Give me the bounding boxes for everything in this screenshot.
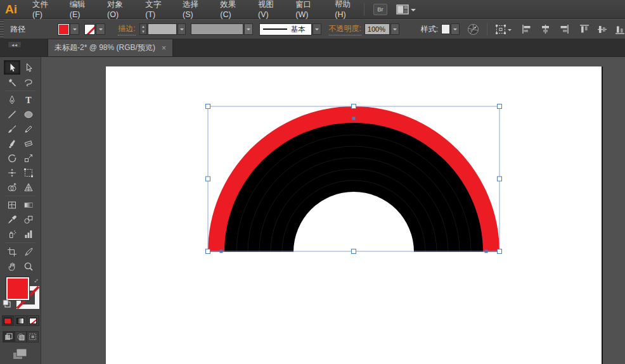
- swap-fill-stroke-icon[interactable]: ↔: [30, 275, 40, 285]
- variable-width-profile-select[interactable]: [191, 23, 243, 35]
- selection-handle[interactable]: [498, 177, 502, 181]
- variable-width-dropdown[interactable]: [244, 23, 253, 35]
- close-icon[interactable]: ×: [162, 44, 166, 53]
- pencil-tool[interactable]: [20, 122, 37, 136]
- stroke-color-swatch[interactable]: [84, 24, 95, 35]
- align-horizontal-right-button[interactable]: [558, 24, 569, 34]
- type-tool[interactable]: T: [20, 92, 37, 107]
- zoom-tool[interactable]: [20, 259, 37, 273]
- brush-definition-select[interactable]: 基本: [259, 23, 312, 35]
- hand-tool[interactable]: [4, 259, 20, 273]
- fill-color-dropdown[interactable]: [70, 23, 79, 35]
- eraser-tool[interactable]: [20, 136, 37, 151]
- graphic-style-dropdown[interactable]: [451, 23, 460, 35]
- pencil-tool-icon: [23, 124, 34, 134]
- align-horizontal-center-button[interactable]: [540, 24, 551, 34]
- menu-item-3[interactable]: 文字(T): [136, 0, 174, 18]
- default-fill-stroke-icon[interactable]: [3, 299, 11, 310]
- selection-handle[interactable]: [206, 177, 210, 181]
- draw-behind-button[interactable]: [15, 331, 27, 342]
- direct-selection-tool[interactable]: [20, 60, 37, 75]
- draw-inside-button[interactable]: [27, 331, 39, 342]
- pen-tool[interactable]: [4, 92, 20, 107]
- fill-color-swatch[interactable]: [58, 24, 69, 35]
- anchor-point[interactable]: [220, 250, 223, 253]
- align-horizontal-left-button[interactable]: [522, 24, 532, 34]
- canvas-area[interactable]: [41, 57, 625, 364]
- blend-tool[interactable]: [20, 212, 37, 227]
- graphic-style-swatch[interactable]: [441, 24, 450, 34]
- eyedropper-tool[interactable]: [4, 212, 20, 227]
- align-vertical-bottom-button[interactable]: [615, 24, 625, 35]
- align-vertical-top-button[interactable]: [579, 24, 590, 35]
- lasso-tool[interactable]: [20, 75, 37, 89]
- menu-item-6[interactable]: 视图(V): [249, 0, 287, 18]
- symbol-sprayer-tool[interactable]: [4, 227, 20, 241]
- selection-tool[interactable]: [4, 60, 20, 75]
- collapse-tools-button[interactable]: ◀◀: [8, 41, 22, 48]
- blob-brush-tool[interactable]: [4, 136, 20, 151]
- mesh-tool[interactable]: [4, 198, 20, 212]
- free-transform-tool[interactable]: [20, 165, 37, 180]
- menu-item-8[interactable]: 帮助(H): [326, 0, 364, 18]
- align-vertical-center-button[interactable]: [597, 24, 607, 35]
- selection-handle[interactable]: [206, 249, 210, 254]
- brush-definition-dropdown[interactable]: [312, 23, 321, 35]
- menu-bar: Ai 文件(F)编辑(E)对象(O)文字(T)选择(S)效果(C)视图(V)窗口…: [0, 0, 625, 19]
- tool-group-separator: [5, 242, 35, 243]
- fill-stroke-swatch-area: ↔: [1, 276, 40, 311]
- opacity-input[interactable]: 100%: [364, 23, 390, 35]
- selection-handle[interactable]: [498, 104, 502, 109]
- draw-normal-button[interactable]: [3, 331, 15, 342]
- anchor-point[interactable]: [352, 117, 356, 120]
- stroke-weight-input[interactable]: [148, 23, 177, 35]
- artboard-tool[interactable]: [4, 244, 20, 259]
- width-tool[interactable]: [4, 165, 20, 180]
- anchor-point[interactable]: [485, 250, 488, 253]
- opacity-panel-link[interactable]: 不透明度:: [329, 23, 361, 35]
- gradient-button[interactable]: [15, 315, 27, 326]
- transform-reference-button[interactable]: [495, 24, 512, 35]
- line-segment-tool[interactable]: [4, 107, 20, 122]
- perspective-grid-tool[interactable]: [20, 180, 37, 194]
- bridge-button[interactable]: Br: [373, 4, 387, 15]
- menu-item-5[interactable]: 效果(C): [211, 0, 249, 18]
- fill-swatch[interactable]: [6, 277, 29, 300]
- paintbrush-tool[interactable]: [4, 122, 20, 136]
- menu-item-2[interactable]: 对象(O): [98, 0, 136, 18]
- selection-handle[interactable]: [352, 104, 356, 109]
- shape-builder-tool[interactable]: [4, 180, 20, 194]
- selection-handle[interactable]: [352, 249, 356, 254]
- menu-item-7[interactable]: 窗口(W): [287, 0, 326, 18]
- workspace-switcher-button[interactable]: [396, 4, 416, 15]
- stroke-panel-link[interactable]: 描边:: [118, 23, 135, 35]
- recolor-artwork-button[interactable]: [467, 23, 479, 35]
- stroke-weight-dropdown[interactable]: [177, 23, 186, 35]
- zoom-tool-icon: [23, 261, 34, 272]
- column-graph-tool[interactable]: [20, 227, 37, 241]
- control-bar: 路径 描边: ▲▼ 基本 不透明度: 100% 样式:: [0, 19, 625, 39]
- screen-mode-button[interactable]: [12, 348, 29, 363]
- menu-item-0[interactable]: 文件(F): [23, 0, 61, 18]
- opacity-dropdown[interactable]: [390, 23, 399, 35]
- ellipse-tool[interactable]: [20, 107, 37, 122]
- menu-item-4[interactable]: 选择(S): [174, 0, 211, 18]
- selection-handle[interactable]: [206, 104, 210, 109]
- document-tab[interactable]: 未标题-2* @ 98% (RGB/预览) ×: [48, 39, 173, 56]
- gradient-tool[interactable]: [20, 198, 37, 212]
- slice-tool[interactable]: [20, 244, 37, 259]
- controlbar-grip[interactable]: [0, 20, 4, 39]
- stroke-weight-stepper[interactable]: ▲▼: [139, 23, 148, 35]
- scale-tool-icon: [23, 153, 34, 163]
- scale-tool[interactable]: [20, 151, 37, 165]
- magic-wand-tool[interactable]: [4, 75, 20, 89]
- stroke-color-dropdown[interactable]: [96, 23, 105, 35]
- none-button[interactable]: [27, 315, 39, 326]
- color-icon: [4, 318, 11, 324]
- selection-handle[interactable]: [498, 249, 502, 254]
- rotate-tool[interactable]: [4, 151, 20, 165]
- artwork-layer[interactable]: [41, 57, 625, 364]
- menu-item-1[interactable]: 编辑(E): [61, 0, 98, 18]
- color-button[interactable]: [2, 315, 14, 326]
- controlbar-separator: [487, 23, 487, 35]
